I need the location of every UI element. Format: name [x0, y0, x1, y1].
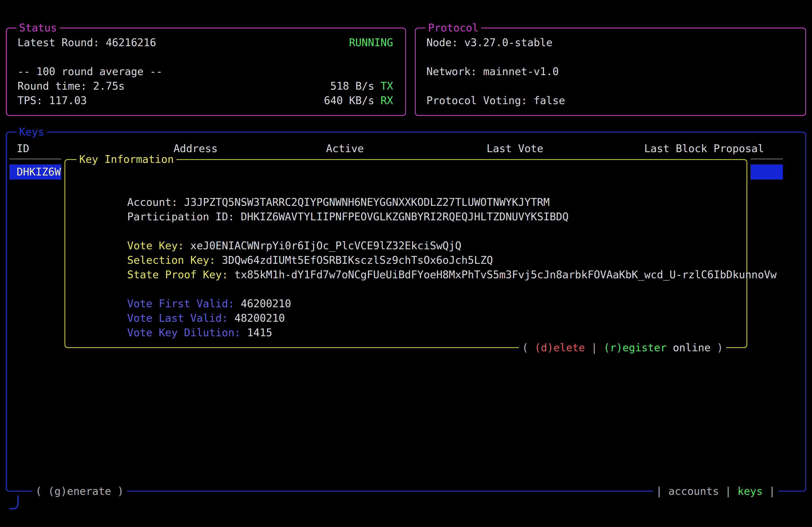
vote-key-dilution-label: Vote Key Dilution: [127, 327, 247, 338]
protocol-voting-text: Protocol Voting: false [426, 93, 565, 108]
account-label: Account: [127, 196, 184, 208]
column-header-last-block-proposal: Last Block Proposal [644, 141, 764, 156]
tab-divider: | [725, 484, 731, 499]
vote-key-dilution-value: 1415 [247, 327, 272, 338]
vote-first-valid-value: 46200210 [241, 298, 291, 310]
round-time-text: Round time: 2.75s [17, 79, 125, 93]
rx-label: RX [380, 93, 393, 108]
column-header-last-vote: Last Vote [487, 141, 543, 156]
tab-accounts[interactable]: accounts [668, 484, 719, 499]
tx-rate-value: 518 B/s [330, 79, 374, 93]
state-proof-key-label: State Proof Key: [127, 269, 234, 281]
vote-last-valid-label: Vote Last Valid: [127, 312, 234, 324]
protocol-panel: Protocol Node: v3.27.0-stable Network: m… [415, 28, 806, 116]
table-row-selected-id-cell[interactable]: DHKIZ6W [10, 165, 61, 180]
key-information-panel: Key Information Account: J3JPZTQ5NSW3TAR… [64, 159, 747, 348]
header-separator-right [751, 159, 783, 160]
key-actions-bar: ( (d)elete | (r)egister online ) [519, 341, 726, 355]
selection-key-label: Selection Key: [127, 254, 222, 266]
actions-divider: | [591, 341, 597, 355]
delete-button[interactable]: (d)elete [534, 341, 585, 355]
table-row-selected-right-stub[interactable] [751, 165, 783, 180]
column-header-id: ID [17, 141, 29, 156]
latest-round-text: Latest Round: 46216216 [17, 35, 156, 50]
vote-key-value: xeJ0ENIACWNrpYi0r6IjOc_PlcVCE9lZ32EkciSw… [190, 240, 462, 252]
blank-line [426, 79, 793, 93]
register-suffix: online [673, 341, 711, 355]
selection-key-value: 3DQw64zdIUMt5EfOSRBIKsczlSz9chTsOx6oJch5… [222, 254, 493, 266]
node-version-text: Node: v3.27.0-stable [426, 35, 553, 50]
stray-border-glyph [10, 495, 18, 509]
state-proof-key-value: tx85kM1h-dY1Fd7w7oNCgFUeUiBdFYoeH8MxPhTv… [234, 269, 777, 281]
vote-key-label: Vote Key: [127, 240, 190, 252]
vote-first-valid-label: Vote First Valid: [127, 298, 241, 310]
tab-divider: | [656, 484, 662, 499]
key-information-title: Key Information [76, 152, 176, 167]
tab-keys[interactable]: keys [738, 484, 763, 499]
network-text: Network: mainnet-v1.0 [426, 64, 559, 79]
keys-panel-title: Keys [16, 125, 47, 139]
view-tabs: | accounts | keys | [653, 484, 779, 499]
tx-label: TX [380, 79, 393, 93]
actions-open-paren: ( [522, 341, 528, 355]
column-header-address: Address [173, 141, 218, 156]
tps-text: TPS: 117.03 [17, 93, 87, 108]
vote-last-valid-value: 48200210 [234, 312, 285, 324]
node-state-badge: RUNNING [349, 35, 393, 50]
account-value: J3JPZTQ5NSW3TARRC2QIYPGNWNH6NEYGGNXXKODL… [184, 196, 550, 208]
actions-close-paren: ) [717, 341, 723, 355]
status-panel: Status Latest Round: 46216216 RUNNING --… [6, 28, 406, 116]
rx-rate-value: 640 KB/s [324, 93, 374, 108]
participation-id-value: DHKIZ6WAVTYLIIPNFPEOVGLKZGNBYRI2RQEQJHLT… [241, 211, 568, 223]
status-panel-title: Status [16, 21, 60, 35]
blank-line [17, 50, 393, 64]
register-button[interactable]: (r)egister [604, 341, 667, 355]
generate-button[interactable]: ( (g)enerate ) [32, 484, 127, 499]
selected-key-id: DHKIZ6W [17, 165, 61, 179]
column-header-active: Active [326, 141, 364, 156]
blank-line [426, 50, 793, 64]
round-average-header: -- 100 round average -- [17, 64, 162, 79]
participation-id-label: Participation ID: [127, 211, 241, 223]
protocol-panel-title: Protocol [425, 21, 481, 35]
header-separator-left [10, 159, 61, 160]
tab-divider: | [769, 484, 775, 499]
